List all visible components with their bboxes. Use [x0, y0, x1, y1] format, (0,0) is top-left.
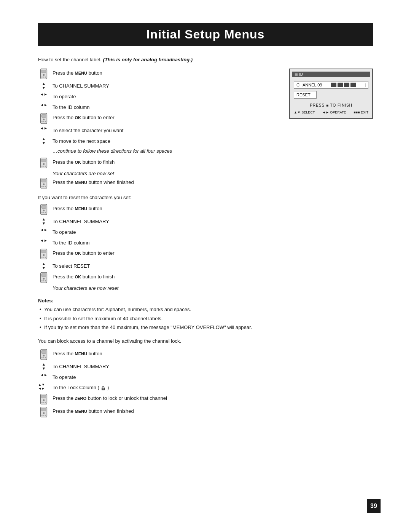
channel-block — [344, 83, 349, 87]
screen-footer: ▲▼ SELECT ◄► OPERATE ■■■ EXIT — [294, 109, 368, 114]
svg-rect-19 — [41, 179, 46, 182]
step-row: ◄► To the ID column — [38, 103, 282, 111]
screen-footer-exit: ■■■ EXIT — [354, 110, 368, 114]
svg-point-29 — [45, 212, 46, 213]
svg-point-8 — [43, 118, 45, 120]
step-text: To move to the next space — [53, 137, 282, 145]
svg-point-41 — [45, 280, 46, 281]
notes-item: If you try to set more than the 40 maxim… — [38, 324, 373, 331]
step-text: To the Lock Column ( ) — [53, 383, 373, 391]
section1-steps: Press the MENU button ▲ ▼ To CHANNEL SUM… — [38, 69, 282, 191]
svg-point-32 — [43, 254, 45, 256]
step-row: Press the MENU button when finished — [38, 178, 282, 189]
screen-footer-select: ▲▼ SELECT — [294, 110, 315, 114]
svg-point-15 — [41, 166, 43, 167]
step-text: Press the MENU button — [53, 69, 282, 77]
continue-note: …continue to follow these directions for… — [53, 147, 282, 155]
lock-icon — [100, 385, 106, 391]
screen-header-label: ID — [299, 72, 303, 77]
svg-rect-43 — [41, 350, 46, 353]
step-text: To CHANNEL SUMMARY — [53, 217, 373, 225]
page-container: Initial Setup Menus How to set the chann… — [0, 0, 411, 532]
step-row: ◄► To select the character you want — [38, 126, 282, 134]
svg-point-5 — [45, 77, 46, 78]
svg-point-4 — [43, 77, 45, 78]
step-row: Press the ZERO button to lock or unlock … — [38, 394, 373, 404]
step-row: ▲▼ ◄► To the Lock Column ( ) — [38, 383, 373, 391]
arrow-lr-icon: ◄► — [38, 103, 49, 107]
arrow-ud-icon: ▲▼ — [38, 362, 49, 371]
screen-footer-operate: ◄► OPERATE — [322, 110, 346, 114]
italic-note: Your characters are now reset — [53, 285, 373, 291]
arrow-ud-lr-icon: ▲▼ ◄► — [38, 383, 49, 391]
remote-icon — [38, 204, 49, 215]
intro-label: How to set the channel label. — [38, 57, 102, 62]
step-row: ▲▼ To CHANNEL SUMMARY — [38, 217, 373, 225]
italic-note: Your characters are now set — [53, 171, 282, 176]
svg-point-26 — [43, 209, 45, 211]
step-row: Press the OK button to enter — [38, 249, 373, 259]
svg-point-20 — [43, 183, 45, 185]
page-number: 39 — [367, 499, 381, 513]
step-row: ▲▼ To select RESET — [38, 262, 373, 270]
svg-point-58 — [43, 412, 45, 414]
intro-italic: (This is only for analog broadcasting.) — [103, 57, 193, 62]
step-row: ◄► To the ID column — [38, 238, 373, 247]
step-row: Press the MENU button — [38, 349, 373, 360]
svg-point-44 — [43, 355, 45, 356]
reset-section-intro: If you want to reset the characters you … — [38, 195, 373, 200]
screen-header: ⊟ ID — [292, 72, 370, 77]
section2-steps: Press the MENU button ▲▼ To CHANNEL SUMM… — [38, 204, 373, 291]
screen-channel-row: CHANNEL 09 | — [294, 81, 368, 89]
arrow-ud-icon: ▲▼ — [38, 262, 49, 270]
step-text: Press the MENU button when finished — [53, 407, 373, 415]
svg-point-38 — [43, 278, 45, 280]
svg-point-10 — [43, 121, 45, 122]
svg-point-22 — [43, 186, 45, 187]
remote-icon — [38, 407, 49, 417]
svg-point-33 — [41, 257, 43, 258]
svg-rect-7 — [41, 115, 46, 117]
step-text: To select RESET — [53, 262, 373, 270]
remote-icon — [38, 394, 49, 404]
svg-point-14 — [43, 163, 45, 165]
notes-list: You can use characters for: Alphabet, nu… — [38, 306, 373, 331]
notes-item: You can use characters for: Alphabet, nu… — [38, 306, 373, 313]
svg-rect-25 — [41, 206, 46, 208]
step-row: ◄► To operate — [38, 92, 282, 101]
remote-icon — [38, 178, 49, 189]
screen-press-row: PRESS ■ TO FINISH — [294, 103, 368, 107]
remote-icon — [38, 349, 49, 360]
svg-point-16 — [43, 166, 45, 167]
svg-point-21 — [41, 186, 43, 187]
svg-point-45 — [41, 357, 43, 358]
arrow-lr-icon: ◄► — [38, 126, 49, 130]
notes-item: It is possible to set the maximum of 40 … — [38, 315, 373, 323]
notes-section: Notes: You can use characters for: Alpha… — [38, 298, 373, 331]
svg-point-2 — [43, 74, 45, 76]
step-text: To CHANNEL SUMMARY — [53, 81, 282, 90]
svg-point-52 — [43, 399, 45, 401]
svg-point-53 — [41, 402, 43, 403]
step-text: Press the OK button to enter — [53, 249, 373, 257]
arrow-lr-icon: ◄► — [38, 92, 49, 96]
arrow-ud-icon: ▲ ▼ — [38, 81, 49, 90]
arrow-lr-icon: ◄► — [38, 228, 49, 232]
svg-point-46 — [43, 357, 45, 358]
step-text: To operate — [53, 373, 373, 381]
page-title: Initial Setup Menus — [38, 27, 373, 42]
step-text: Press the OK button to finish — [53, 272, 373, 281]
svg-rect-31 — [41, 250, 46, 253]
screen-press-label: PRESS ■ TO FINISH — [310, 103, 352, 107]
step-row: Press the MENU button — [38, 204, 373, 215]
svg-point-34 — [43, 257, 45, 258]
svg-rect-37 — [41, 274, 46, 276]
channel-block — [331, 83, 336, 87]
svg-rect-1 — [41, 70, 46, 73]
svg-point-59 — [41, 415, 43, 416]
screen-reset-label: RESET — [294, 91, 317, 99]
step-row: ◄► To operate — [38, 373, 373, 381]
screen-body: CHANNEL 09 | RESET PRESS ■ TO FINI — [292, 80, 370, 116]
step-row: ▲▼ To CHANNEL SUMMARY — [38, 362, 373, 371]
step-row: Press the MENU button — [38, 69, 282, 79]
